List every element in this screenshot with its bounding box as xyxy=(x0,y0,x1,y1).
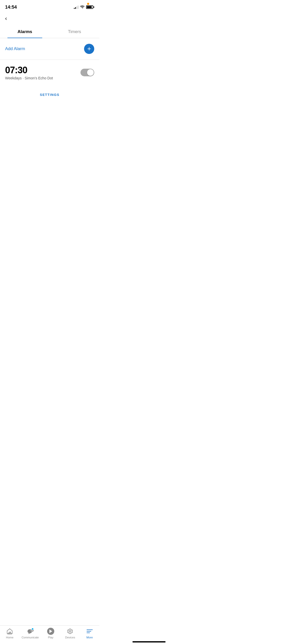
add-alarm-row: Add Alarm + xyxy=(0,38,99,60)
toggle-knob xyxy=(87,69,94,76)
wifi-icon xyxy=(80,5,85,9)
alarm-description: Weekdays · Simon's Echo Dot xyxy=(5,76,53,80)
orange-indicator-dot xyxy=(87,3,89,5)
status-time: 14:54 xyxy=(5,5,17,10)
battery-icon xyxy=(86,5,94,9)
alarm-item[interactable]: 07:30 Weekdays · Simon's Echo Dot xyxy=(0,60,99,85)
signal-bars-icon xyxy=(74,5,78,9)
tabs-container: Alarms Timers xyxy=(0,26,99,38)
back-button[interactable]: ‹ xyxy=(0,13,99,23)
plus-icon: + xyxy=(87,45,91,52)
tab-timers[interactable]: Timers xyxy=(50,26,99,38)
tab-alarms[interactable]: Alarms xyxy=(0,26,50,38)
alarm-info: 07:30 Weekdays · Simon's Echo Dot xyxy=(5,65,53,80)
add-alarm-link[interactable]: Add Alarm xyxy=(5,46,25,51)
settings-label: SETTINGS xyxy=(0,85,99,99)
back-chevron-icon: ‹ xyxy=(5,15,7,22)
status-icons xyxy=(74,5,94,9)
alarm-toggle[interactable] xyxy=(80,69,94,76)
add-alarm-button[interactable]: + xyxy=(84,44,94,54)
status-bar: 14:54 xyxy=(0,0,99,13)
main-content: ‹ Alarms Timers Add Alarm + 07:30 Weekda… xyxy=(0,13,99,130)
alarm-time: 07:30 xyxy=(5,65,53,76)
